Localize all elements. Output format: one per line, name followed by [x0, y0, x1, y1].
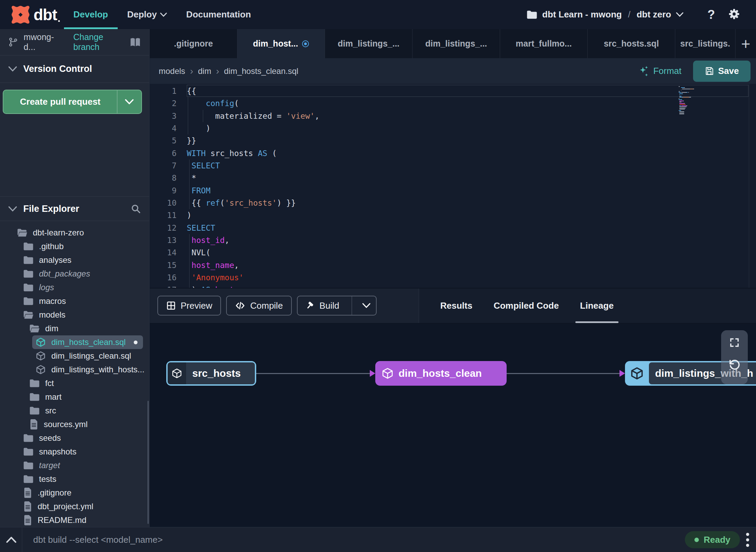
tree-item[interactable]: dim_hosts_clean.sql	[0, 335, 149, 349]
nav-documentation[interactable]: Documentation	[186, 0, 251, 29]
tree-item-label: dim_listings_clean.sql	[51, 351, 131, 361]
code-editor[interactable]: 1{{2 config(3 materialized = 'view',4 )5…	[150, 84, 756, 288]
file-tab[interactable]: dim_listings_...	[413, 29, 500, 58]
create-pull-request-button[interactable]: Create pull request	[3, 90, 142, 114]
tree-item[interactable]: README.md	[0, 513, 149, 527]
code-line[interactable]: 9 FROM	[150, 184, 756, 197]
docs-book-icon[interactable]	[130, 37, 141, 47]
chevron-down-icon	[8, 206, 17, 212]
search-icon[interactable]	[131, 204, 141, 214]
tree-item[interactable]: dbt_project.yml	[0, 500, 149, 513]
save-button[interactable]: Save	[693, 61, 751, 82]
tree-item[interactable]: dim_listings_with_hosts...	[0, 363, 149, 376]
tree-item[interactable]: fct	[0, 376, 149, 390]
tree-item[interactable]: src	[0, 404, 149, 418]
file-tab[interactable]: mart_fullmo...	[500, 29, 588, 58]
file-tab-label: src_listings.	[680, 39, 730, 49]
tree-item[interactable]: sources.yml	[0, 418, 149, 431]
help-icon[interactable]: ?	[707, 8, 715, 22]
fullscreen-icon[interactable]	[729, 337, 740, 348]
code-line[interactable]: 1{{	[150, 85, 756, 97]
tab-lineage[interactable]: Lineage	[580, 288, 614, 323]
dbt-logo[interactable]: dbt	[11, 5, 57, 24]
code-line[interactable]: 3 materialized = 'view',	[150, 110, 756, 122]
code-line[interactable]: 8 *	[150, 172, 756, 184]
lineage-panel[interactable]: src_hosts dim_hosts_clean dim_listings_w…	[150, 323, 756, 527]
folder-icon	[29, 406, 40, 415]
code-line[interactable]: 16 'Anonymous'	[150, 271, 756, 284]
tree-item[interactable]: macros	[0, 294, 149, 308]
file-tab[interactable]: dim_listings_...	[325, 29, 413, 58]
code-line[interactable]: 2 config(	[150, 97, 756, 110]
sidebar-scrollbar[interactable]	[147, 401, 149, 524]
tree-item[interactable]: mart	[0, 390, 149, 404]
code-line[interactable]: 10 {{ ref('src_hosts') }}	[150, 197, 756, 209]
status-bar: dbt build --select <model_name> Ready	[0, 527, 756, 552]
command-input[interactable]: dbt build --select <model_name>	[33, 535, 163, 545]
breadcrumb-file[interactable]: dim_hosts_clean.sql	[224, 66, 298, 76]
change-branch-link[interactable]: Change branch	[73, 32, 130, 52]
code-line[interactable]: 7 SELECT	[150, 159, 756, 172]
code-line[interactable]: 12SELECT	[150, 222, 756, 234]
dbt-ide-window: dbt Develop Deploy Documentation dbt Lea…	[0, 0, 756, 552]
lineage-node-src-hosts[interactable]: src_hosts	[166, 361, 256, 386]
tree-item[interactable]: dbt-learn-zero	[0, 226, 149, 240]
file-tab[interactable]: .gitignore	[150, 29, 237, 58]
nav-deploy[interactable]: Deploy	[127, 0, 167, 29]
tree-item[interactable]: logs	[0, 281, 149, 294]
tree-item[interactable]: dbt_packages	[0, 267, 149, 281]
line-number: 11	[150, 211, 177, 220]
tree-item[interactable]: dim_listings_clean.sql	[0, 349, 149, 363]
breadcrumb-models[interactable]: models	[159, 66, 185, 76]
expand-panel-chevron-icon[interactable]	[6, 536, 16, 543]
kebab-menu-icon[interactable]	[746, 533, 749, 547]
folder-icon	[23, 461, 34, 470]
tab-results[interactable]: Results	[440, 288, 472, 323]
version-control-header[interactable]: Version Control	[0, 55, 149, 83]
file-explorer-header[interactable]: File Explorer	[0, 196, 149, 221]
build-dropdown-caret[interactable]	[357, 296, 376, 315]
nav-develop[interactable]: Develop	[74, 0, 108, 29]
lineage-node-dim-hosts-clean[interactable]: dim_hosts_clean	[375, 361, 507, 386]
new-tab-button[interactable]: +	[735, 29, 756, 58]
compile-button[interactable]: Compile	[226, 296, 291, 316]
file-tab[interactable]: src_listings.	[675, 29, 735, 58]
tree-item[interactable]: models	[0, 308, 149, 322]
file-tab[interactable]: dim_host...	[237, 29, 325, 58]
tree-item[interactable]: snapshots	[0, 445, 149, 459]
project-switcher[interactable]: dbt Learn - mwong / dbt zero	[526, 9, 683, 20]
line-number: 13	[150, 236, 177, 245]
code-line[interactable]: 15 host_name,	[150, 259, 756, 271]
refresh-icon[interactable]	[728, 358, 741, 371]
tree-item[interactable]: seeds	[0, 431, 149, 445]
tree-item[interactable]: tests	[0, 472, 149, 486]
code-line[interactable]: 17 ) AS host_name,	[150, 284, 756, 287]
minimap[interactable]	[679, 86, 699, 115]
tab-compiled-code[interactable]: Compiled Code	[494, 288, 559, 323]
folder-icon	[29, 379, 40, 388]
code-line[interactable]: 13 host_id,	[150, 234, 756, 246]
breadcrumb-dim[interactable]: dim	[198, 66, 211, 76]
code-line[interactable]: 5}}	[150, 134, 756, 147]
tree-item-content: tests	[23, 472, 143, 486]
file-icon	[29, 419, 38, 429]
preview-button[interactable]: Preview	[157, 296, 221, 316]
tree-item[interactable]: .gitignore	[0, 486, 149, 500]
code-line[interactable]: 4 )	[150, 122, 756, 134]
tree-item-content: models	[23, 308, 143, 322]
code-line[interactable]: 11)	[150, 209, 756, 221]
code-line[interactable]: 6WITH src_hosts AS (	[150, 147, 756, 159]
file-tab[interactable]: src_hosts.sql	[588, 29, 675, 58]
tree-item[interactable]: .github	[0, 240, 149, 253]
settings-gear-icon[interactable]	[728, 8, 740, 22]
tree-item-label: logs	[39, 283, 54, 292]
tree-item[interactable]: target	[0, 459, 149, 472]
code-text: }}	[187, 136, 196, 145]
tree-item[interactable]: analyses	[0, 253, 149, 267]
build-button[interactable]: Build	[297, 296, 377, 316]
format-button[interactable]: Format	[639, 65, 681, 77]
build-main[interactable]: Build	[298, 296, 347, 315]
tree-item[interactable]: dim	[0, 322, 149, 335]
pr-dropdown-caret[interactable]	[117, 90, 141, 113]
code-line[interactable]: 14 NVL(	[150, 246, 756, 259]
